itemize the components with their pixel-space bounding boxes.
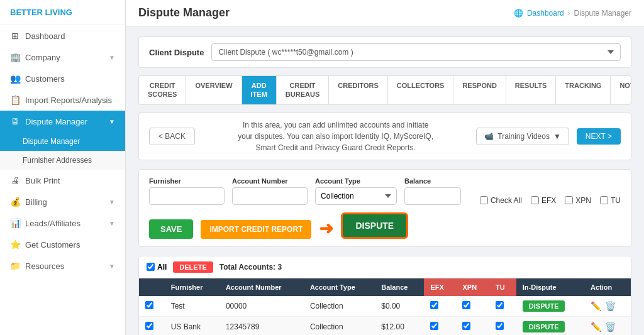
sidebar-item-company[interactable]: 🏢 Company ▼ [0, 47, 125, 68]
total-accounts-label: Total Accounts: 3 [219, 263, 282, 272]
training-videos-button[interactable]: 📹 Training Videos ▼ [476, 128, 569, 145]
account-type-select[interactable]: Collection Charge-off Late Payment Inqui… [315, 187, 397, 205]
edit-icon[interactable]: ✏️ [591, 322, 601, 332]
video-icon: 📹 [484, 132, 494, 141]
save-button[interactable]: SAVE [149, 219, 193, 239]
account-number-input[interactable] [232, 187, 308, 205]
table-row: Test 00000 Collection $0.00 DISPUTE ✏️ 🗑… [139, 296, 631, 317]
submenu-item-dispute-manager[interactable]: Dispute Manager [0, 132, 125, 151]
tab-add-item[interactable]: ADD ITEM [242, 76, 277, 104]
furnisher-input[interactable] [149, 187, 225, 205]
tab-credit-scores[interactable]: CREDIT SCORES [139, 76, 186, 104]
row-checkbox[interactable] [145, 322, 153, 330]
row-checkbox-cell [139, 296, 165, 317]
sidebar-item-import-reports[interactable]: 📋 Import Reports/Analysis [0, 89, 125, 111]
efx-label: EFX [531, 196, 556, 205]
breadcrumb-home[interactable]: Dashboard [527, 9, 564, 18]
tab-results[interactable]: RESULTS [506, 76, 557, 104]
breadcrumb-separator: › [568, 9, 570, 18]
balance-input[interactable] [404, 187, 461, 205]
page-title: Dispute Manager [138, 6, 230, 19]
company-icon: 🏢 [10, 52, 20, 62]
row-tu [489, 296, 516, 317]
row-tu-checkbox[interactable] [496, 322, 504, 330]
row-tu-checkbox[interactable] [496, 301, 504, 309]
row-dispute-button[interactable]: DISPUTE [523, 300, 565, 312]
table-header: Furnisher Account Number Account Type Ba… [139, 278, 631, 296]
sidebar-item-dispute-manager[interactable]: 🖥 Dispute Manager ▼ [0, 111, 125, 132]
check-all-label: Check All [480, 196, 522, 205]
edit-icon[interactable]: ✏️ [591, 301, 601, 311]
accounts-table: Furnisher Account Number Account Type Ba… [139, 278, 631, 335]
tabs-bar: CREDIT SCORES OVERVIEW ADD ITEM CREDIT B… [138, 75, 631, 105]
tab-respond[interactable]: RESPOND [453, 76, 506, 104]
row-balance: $0.00 [375, 296, 424, 317]
add-item-form: Furnisher Account Number Account Type Co… [138, 169, 631, 247]
sidebar-item-customers[interactable]: 👥 Customers [0, 68, 125, 89]
sidebar-item-dashboard[interactable]: ⊞ Dashboard [0, 25, 125, 47]
row-furnisher: Test [165, 296, 219, 317]
next-button[interactable]: NEXT > [577, 128, 621, 145]
sidebar-item-billing[interactable]: 💰 Billing ▼ [0, 191, 125, 212]
delete-row-icon[interactable]: 🗑️ [605, 322, 616, 332]
back-button[interactable]: < BACK [149, 128, 195, 145]
row-efx-checkbox[interactable] [430, 301, 438, 309]
th-select [139, 278, 165, 296]
row-xpn [456, 316, 489, 335]
tab-collectors[interactable]: COLLECTORS [388, 76, 454, 104]
get-customers-icon: ⭐ [10, 239, 20, 250]
tab-notes[interactable]: NOTES [611, 76, 631, 104]
tab-overview[interactable]: OVERVIEW [186, 76, 242, 104]
delete-row-icon[interactable]: 🗑️ [605, 301, 616, 311]
import-credit-report-button[interactable]: IMPORT CREDIT REPORT [201, 220, 311, 239]
row-checkbox[interactable] [145, 301, 153, 309]
resources-icon: 📁 [10, 261, 20, 271]
delete-button[interactable]: DELETE [173, 261, 213, 273]
dispute-button[interactable]: DISPUTE [341, 212, 408, 239]
client-dispute-bar: Client Dispute Client Dispute ( wc*****t… [138, 36, 631, 68]
table-row: US Bank 12345789 Collection $12.00 DISPU… [139, 316, 631, 335]
sidebar-item-label: Get Customers [25, 240, 80, 250]
tu-label: TU [600, 196, 621, 205]
row-account-type: Collection [304, 316, 375, 335]
dispute-manager-icon: 🖥 [10, 116, 20, 126]
th-xpn: XPN [456, 278, 489, 296]
billing-icon: 💰 [10, 197, 20, 207]
tab-tracking[interactable]: TRACKING [556, 76, 611, 104]
tu-checkbox[interactable] [600, 196, 608, 204]
sidebar-item-label: Bulk Print [25, 176, 60, 185]
row-xpn-checkbox[interactable] [462, 322, 470, 330]
dashboard-icon: ⊞ [10, 31, 20, 41]
select-all-checkbox[interactable] [147, 263, 155, 271]
account-type-label: Account Type [315, 177, 397, 185]
brand-logo: BETTER LIVING [0, 0, 125, 25]
client-dispute-select[interactable]: Client Dispute ( wc*****t50@gmail.com ) [211, 43, 621, 61]
row-in-dispute: DISPUTE [516, 316, 584, 335]
xpn-checkbox[interactable] [565, 196, 573, 204]
efx-checkbox[interactable] [531, 196, 539, 204]
customers-icon: 👥 [10, 74, 20, 84]
row-furnisher: US Bank [165, 316, 219, 335]
sidebar-item-resources[interactable]: 📁 Resources ▼ [0, 255, 125, 277]
furnisher-label: Furnisher [149, 177, 225, 185]
row-account-type: Collection [304, 296, 375, 317]
row-checkbox-cell [139, 316, 165, 335]
action-icons: ✏️ 🗑️ [591, 301, 625, 311]
sidebar-item-get-customers[interactable]: ⭐ Get Customers [0, 234, 125, 255]
bulk-print-icon: 🖨 [10, 175, 20, 185]
account-number-label: Account Number [232, 177, 308, 185]
client-dispute-label: Client Dispute [149, 48, 204, 57]
row-dispute-button[interactable]: DISPUTE [523, 321, 565, 332]
tab-creditors[interactable]: CREDITORS [329, 76, 388, 104]
sidebar-item-label: Leads/Affiliates [25, 219, 80, 228]
sidebar-item-leads-affiliates[interactable]: 📊 Leads/Affiliates ▼ [0, 212, 125, 234]
row-xpn-checkbox[interactable] [462, 301, 470, 309]
row-efx-checkbox[interactable] [430, 322, 438, 330]
balance-group: Balance [404, 177, 461, 205]
table-body: Test 00000 Collection $0.00 DISPUTE ✏️ 🗑… [139, 296, 631, 335]
tab-credit-bureaus[interactable]: CREDIT BUREAUS [277, 76, 329, 104]
check-all-checkbox[interactable] [480, 196, 488, 204]
sidebar-item-label: Import Reports/Analysis [25, 96, 112, 105]
sidebar-item-bulk-print[interactable]: 🖨 Bulk Print [0, 170, 125, 191]
submenu-item-furnisher-addresses[interactable]: Furnisher Addresses [0, 151, 125, 170]
